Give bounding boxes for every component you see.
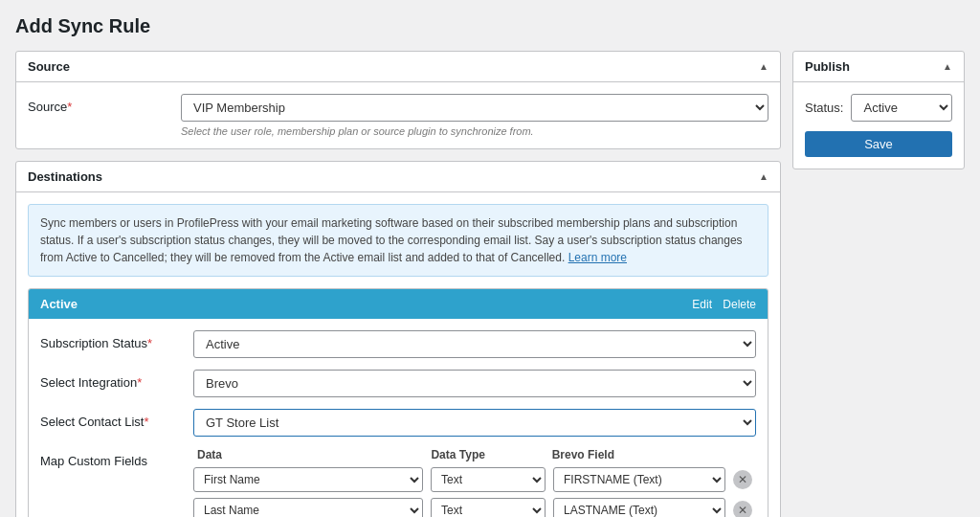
destinations-chevron-icon[interactable]: ▲: [759, 171, 768, 182]
page-title: Add Sync Rule: [15, 15, 965, 37]
field-brevo-select-1[interactable]: FIRSTNAME (Text) LASTNAME (Text) EMAIL (…: [553, 467, 725, 492]
source-control-wrap: VIP Membership Standard Membership Free …: [181, 94, 768, 137]
destination-title: Active: [40, 297, 78, 311]
delete-field-row-1-button[interactable]: ✕: [733, 470, 752, 489]
subscription-status-select[interactable]: Active Cancelled Expired Pending: [193, 330, 756, 358]
source-chevron-icon[interactable]: ▲: [759, 61, 768, 72]
map-custom-fields-control: Data Data Type Brevo Field: [193, 448, 756, 517]
subscription-status-row: Subscription Status* Active Cancelled Ex…: [40, 330, 756, 358]
info-box-text: Sync members or users in ProfilePress wi…: [40, 216, 743, 264]
save-button[interactable]: Save: [805, 131, 952, 157]
source-card-title: Source: [28, 59, 70, 74]
col-brevo-header: Brevo Field: [552, 448, 722, 461]
destination-body: Subscription Status* Active Cancelled Ex…: [29, 319, 768, 517]
delete-destination-button[interactable]: Delete: [723, 298, 756, 311]
publish-card: Publish ▲ Status: Active Draft Save: [792, 51, 965, 169]
source-hint: Select the user role, membership plan or…: [181, 125, 768, 137]
field-data-select-2[interactable]: First Name Last Name Email Phone: [193, 498, 423, 517]
source-form-row: Source* VIP Membership Standard Membersh…: [28, 94, 768, 137]
destination-actions: Edit Delete: [684, 298, 756, 311]
publish-status-row: Status: Active Draft: [805, 94, 952, 122]
destination-block: Active Edit Delete Subscription Status*: [28, 288, 768, 517]
publish-sidebar: Publish ▲ Status: Active Draft Save: [792, 51, 965, 169]
subscription-status-control: Active Cancelled Expired Pending: [193, 330, 756, 358]
map-fields-table: Data Data Type Brevo Field: [193, 448, 756, 517]
map-field-row: First Name Last Name Email Phone: [193, 467, 756, 492]
field-type-select-2[interactable]: Text Number Date: [431, 498, 546, 517]
publish-chevron-icon[interactable]: ▲: [943, 61, 952, 72]
field-type-select-1[interactable]: Text Number Date: [431, 467, 546, 492]
publish-status-label: Status:: [805, 101, 843, 115]
publish-card-title: Publish: [805, 59, 850, 74]
publish-card-body: Status: Active Draft Save: [793, 82, 964, 169]
source-card-header: Source ▲: [16, 52, 780, 82]
source-select[interactable]: VIP Membership Standard Membership Free …: [181, 94, 768, 122]
col-type-header: Data Type: [431, 448, 544, 461]
learn-more-link[interactable]: Learn more: [568, 251, 627, 264]
delete-field-row-2-button[interactable]: ✕: [733, 501, 752, 517]
edit-destination-button[interactable]: Edit: [692, 298, 712, 311]
destinations-card-title: Destinations: [28, 169, 102, 184]
publish-status-select[interactable]: Active Draft: [851, 94, 952, 122]
publish-card-header: Publish ▲: [793, 52, 964, 82]
destinations-card-header: Destinations ▲: [16, 162, 780, 192]
source-field-label: Source*: [28, 94, 181, 114]
col-data-header: Data: [197, 448, 423, 461]
select-integration-row: Select Integration* Brevo Mailchimp Conv…: [40, 370, 756, 397]
map-fields-header: Data Data Type Brevo Field: [193, 448, 756, 461]
destinations-card-body: Sync members or users in ProfilePress wi…: [16, 192, 780, 517]
map-field-row: First Name Last Name Email Phone: [193, 498, 756, 517]
select-contact-list-select[interactable]: GT Store List Newsletter List Promo List: [193, 409, 756, 437]
select-contact-list-control: GT Store List Newsletter List Promo List: [193, 409, 756, 437]
map-custom-fields-row: Map Custom Fields Data Data Type Brevo F…: [40, 448, 756, 517]
source-card: Source ▲ Source* VIP Membership Standard…: [15, 51, 781, 149]
select-contact-list-label: Select Contact List*: [40, 409, 193, 429]
select-integration-control: Brevo Mailchimp ConvertKit: [193, 370, 756, 397]
map-custom-fields-label: Map Custom Fields: [40, 448, 193, 468]
source-card-body: Source* VIP Membership Standard Membersh…: [16, 82, 780, 148]
destinations-card: Destinations ▲ Sync members or users in …: [15, 161, 781, 517]
destination-header: Active Edit Delete: [29, 289, 768, 319]
select-contact-list-row: Select Contact List* GT Store List Newsl…: [40, 409, 756, 437]
select-integration-label: Select Integration*: [40, 370, 193, 390]
select-integration-select[interactable]: Brevo Mailchimp ConvertKit: [193, 370, 756, 397]
field-brevo-select-2[interactable]: FIRSTNAME (Text) LASTNAME (Text) EMAIL (…: [553, 498, 725, 517]
field-data-select-1[interactable]: First Name Last Name Email Phone: [193, 467, 423, 492]
info-box: Sync members or users in ProfilePress wi…: [28, 204, 768, 277]
subscription-status-label: Subscription Status*: [40, 330, 193, 350]
